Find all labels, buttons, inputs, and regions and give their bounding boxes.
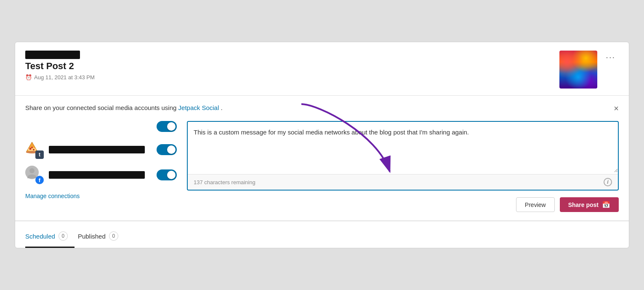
svg-point-8 — [27, 175, 37, 178]
svg-point-3 — [29, 148, 32, 150]
close-button[interactable]: × — [614, 104, 619, 113]
svg-point-7 — [29, 168, 35, 173]
first-toggle-row — [25, 121, 177, 132]
jetpack-social-link[interactable]: Jetpack Social — [178, 104, 219, 111]
preview-button[interactable]: Preview — [516, 197, 555, 212]
user-avatar-svg — [26, 166, 38, 178]
tab-scheduled-label: Scheduled — [25, 233, 55, 240]
fb-badge: f — [35, 176, 44, 184]
tumblr-icon-wrap: t — [25, 140, 44, 159]
calendar-icon: 📅 — [602, 201, 610, 209]
fb-icon-wrap: f — [25, 166, 44, 184]
char-count: 137 characters remaining — [194, 179, 255, 185]
more-options-button[interactable]: ··· — [602, 51, 619, 64]
share-header: Share on your connected social media acc… — [25, 104, 619, 113]
message-box-wrap: This is a custom message for my social m… — [187, 121, 619, 191]
header-right: ··· — [559, 51, 619, 89]
share-description: Share on your connected social media acc… — [25, 104, 223, 111]
title-redacted-bar — [25, 51, 80, 59]
post-date-text: Aug 11, 2021 at 3:43 PM — [34, 74, 95, 81]
tab-scheduled-badge: 0 — [59, 231, 68, 241]
toggle-tumblr[interactable] — [157, 144, 177, 155]
share-post-button[interactable]: Share post 📅 — [560, 197, 619, 212]
tumblr-account-name — [49, 146, 145, 153]
title-bar — [25, 51, 95, 59]
post-title: Test Post 2 — [25, 61, 95, 72]
message-textarea[interactable]: This is a custom message for my social m… — [188, 122, 618, 172]
svg-point-4 — [33, 149, 35, 150]
message-area: This is a custom message for my social m… — [187, 121, 619, 212]
share-content: t f — [25, 121, 619, 212]
post-header: Test Post 2 ⏰ Aug 11, 2021 at 3:43 PM ··… — [15, 42, 629, 96]
footer-tabs: Scheduled 0 Published 0 — [15, 221, 629, 248]
action-buttons: Preview Share post 📅 — [187, 197, 619, 212]
facebook-account-row: f — [25, 166, 177, 184]
tab-published-label: Published — [78, 233, 106, 240]
fb-account-name — [49, 171, 145, 179]
message-footer: 137 characters remaining i — [188, 174, 618, 190]
share-text-prefix: Share on your connected social media acc… — [25, 104, 178, 111]
toggle-1[interactable] — [157, 121, 177, 132]
thumbnail-image — [559, 51, 597, 89]
social-accounts-list: t f — [25, 121, 177, 199]
post-info: Test Post 2 ⏰ Aug 11, 2021 at 3:43 PM — [25, 51, 95, 81]
post-thumbnail — [559, 51, 597, 89]
tab-scheduled[interactable]: Scheduled 0 — [25, 227, 75, 248]
share-text-suffix: . — [221, 104, 222, 111]
share-post-label: Share post — [568, 201, 599, 208]
tumblr-account-row: t — [25, 140, 177, 159]
tumblr-badge: t — [35, 150, 44, 159]
main-card: Test Post 2 ⏰ Aug 11, 2021 at 3:43 PM ··… — [15, 42, 629, 248]
post-date: ⏰ Aug 11, 2021 at 3:43 PM — [25, 74, 95, 81]
info-icon[interactable]: i — [604, 178, 612, 186]
manage-connections-link[interactable]: Manage connections — [25, 193, 177, 199]
toggle-facebook[interactable] — [157, 169, 177, 180]
share-section: Share on your connected social media acc… — [15, 96, 629, 221]
clock-icon: ⏰ — [25, 74, 32, 81]
svg-point-5 — [31, 147, 33, 148]
tab-published[interactable]: Published 0 — [78, 227, 125, 248]
tab-published-badge: 0 — [109, 231, 118, 241]
